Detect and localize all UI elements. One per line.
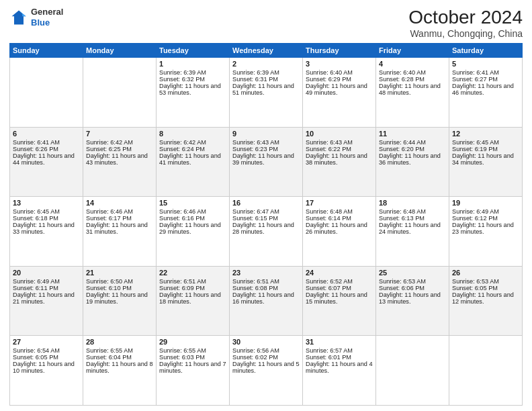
location: Wanmu, Chongqing, China xyxy=(408,28,523,39)
daylight-text: Daylight: 11 hours and 28 minutes. xyxy=(232,222,300,235)
day-number: 26 xyxy=(452,269,519,277)
daylight-text: Daylight: 11 hours and 7 minutes. xyxy=(159,361,226,374)
daylight-text: Daylight: 11 hours and 29 minutes. xyxy=(159,222,226,235)
sunset-text: Sunset: 6:23 PM xyxy=(232,146,300,152)
daylight-text: Daylight: 11 hours and 43 minutes. xyxy=(86,152,153,166)
sunrise-text: Sunrise: 6:47 AM xyxy=(232,208,300,215)
daylight-text: Daylight: 11 hours and 4 minutes. xyxy=(306,361,373,374)
sunset-text: Sunset: 6:24 PM xyxy=(159,146,226,152)
sunset-text: Sunset: 6:32 PM xyxy=(159,76,226,83)
sunset-text: Sunset: 6:17 PM xyxy=(86,215,153,222)
calendar-cell: 20Sunrise: 6:49 AMSunset: 6:11 PMDayligh… xyxy=(10,266,83,336)
calendar-cell: 25Sunrise: 6:53 AMSunset: 6:06 PMDayligh… xyxy=(376,266,449,336)
sunset-text: Sunset: 6:05 PM xyxy=(13,354,80,361)
daylight-text: Daylight: 11 hours and 53 minutes. xyxy=(159,83,226,96)
col-header-saturday: Saturday xyxy=(449,44,523,58)
header: General Blue October 2024 Wanmu, Chongqi… xyxy=(9,7,523,39)
sunset-text: Sunset: 6:25 PM xyxy=(86,146,153,152)
calendar: SundayMondayTuesdayWednesdayThursdayFrid… xyxy=(9,43,523,406)
sunrise-text: Sunrise: 6:55 AM xyxy=(159,347,226,354)
calendar-cell: 17Sunrise: 6:48 AMSunset: 6:14 PMDayligh… xyxy=(303,197,376,267)
calendar-cell: 3Sunrise: 6:40 AMSunset: 6:29 PMDaylight… xyxy=(303,58,376,128)
daylight-text: Daylight: 11 hours and 33 minutes. xyxy=(13,222,80,235)
col-header-tuesday: Tuesday xyxy=(157,44,230,58)
sunset-text: Sunset: 6:09 PM xyxy=(159,285,226,291)
sunrise-text: Sunrise: 6:40 AM xyxy=(306,69,373,76)
daylight-text: Daylight: 11 hours and 48 minutes. xyxy=(379,83,446,96)
calendar-cell xyxy=(376,336,449,406)
calendar-cell: 12Sunrise: 6:45 AMSunset: 6:19 PMDayligh… xyxy=(449,127,523,197)
calendar-cell: 22Sunrise: 6:51 AMSunset: 6:09 PMDayligh… xyxy=(157,266,230,336)
daylight-text: Daylight: 11 hours and 19 minutes. xyxy=(86,291,153,305)
calendar-cell: 1Sunrise: 6:39 AMSunset: 6:32 PMDaylight… xyxy=(157,58,230,128)
calendar-cell: 9Sunrise: 6:43 AMSunset: 6:23 PMDaylight… xyxy=(230,127,303,197)
calendar-cell: 24Sunrise: 6:52 AMSunset: 6:07 PMDayligh… xyxy=(303,266,376,336)
sunrise-text: Sunrise: 6:46 AM xyxy=(86,208,153,215)
day-number: 12 xyxy=(452,130,519,138)
calendar-week-4: 20Sunrise: 6:49 AMSunset: 6:11 PMDayligh… xyxy=(10,266,523,336)
daylight-text: Daylight: 11 hours and 31 minutes. xyxy=(86,222,153,235)
calendar-header-row: SundayMondayTuesdayWednesdayThursdayFrid… xyxy=(10,44,523,58)
title-block: October 2024 Wanmu, Chongqing, China xyxy=(408,7,523,39)
col-header-thursday: Thursday xyxy=(303,44,376,58)
calendar-cell: 4Sunrise: 6:40 AMSunset: 6:28 PMDaylight… xyxy=(376,58,449,128)
day-number: 28 xyxy=(86,338,153,346)
sunrise-text: Sunrise: 6:55 AM xyxy=(86,347,153,354)
sunset-text: Sunset: 6:11 PM xyxy=(13,285,80,291)
sunset-text: Sunset: 6:13 PM xyxy=(379,215,446,222)
sunrise-text: Sunrise: 6:45 AM xyxy=(452,139,519,146)
calendar-week-2: 6Sunrise: 6:41 AMSunset: 6:26 PMDaylight… xyxy=(10,127,523,197)
sunrise-text: Sunrise: 6:40 AM xyxy=(379,69,446,76)
calendar-cell: 6Sunrise: 6:41 AMSunset: 6:26 PMDaylight… xyxy=(10,127,83,197)
daylight-text: Daylight: 11 hours and 46 minutes. xyxy=(452,83,519,96)
sunset-text: Sunset: 6:29 PM xyxy=(306,76,373,83)
sunrise-text: Sunrise: 6:43 AM xyxy=(232,139,300,146)
col-header-monday: Monday xyxy=(83,44,157,58)
day-number: 23 xyxy=(232,269,300,277)
calendar-cell: 31Sunrise: 6:57 AMSunset: 6:01 PMDayligh… xyxy=(303,336,376,406)
svg-marker-0 xyxy=(12,10,26,24)
sunrise-text: Sunrise: 6:53 AM xyxy=(452,278,519,285)
day-number: 14 xyxy=(86,199,153,207)
calendar-week-3: 13Sunrise: 6:45 AMSunset: 6:18 PMDayligh… xyxy=(10,197,523,267)
sunrise-text: Sunrise: 6:46 AM xyxy=(159,208,226,215)
day-number: 5 xyxy=(452,60,519,68)
calendar-cell: 29Sunrise: 6:55 AMSunset: 6:03 PMDayligh… xyxy=(157,336,230,406)
day-number: 3 xyxy=(306,60,373,68)
calendar-cell: 23Sunrise: 6:51 AMSunset: 6:08 PMDayligh… xyxy=(230,266,303,336)
calendar-cell: 7Sunrise: 6:42 AMSunset: 6:25 PMDaylight… xyxy=(83,127,157,197)
sunset-text: Sunset: 6:05 PM xyxy=(452,285,519,291)
daylight-text: Daylight: 11 hours and 16 minutes. xyxy=(232,291,300,305)
sunset-text: Sunset: 6:07 PM xyxy=(306,285,373,291)
sunrise-text: Sunrise: 6:39 AM xyxy=(159,69,226,76)
calendar-cell: 30Sunrise: 6:56 AMSunset: 6:02 PMDayligh… xyxy=(230,336,303,406)
sunrise-text: Sunrise: 6:52 AM xyxy=(306,278,373,285)
calendar-cell: 14Sunrise: 6:46 AMSunset: 6:17 PMDayligh… xyxy=(83,197,157,267)
sunset-text: Sunset: 6:18 PM xyxy=(13,215,80,222)
sunset-text: Sunset: 6:04 PM xyxy=(86,354,153,361)
sunset-text: Sunset: 6:27 PM xyxy=(452,76,519,83)
daylight-text: Daylight: 11 hours and 36 minutes. xyxy=(379,152,446,166)
logo-blue: Blue xyxy=(31,17,50,28)
calendar-cell: 10Sunrise: 6:43 AMSunset: 6:22 PMDayligh… xyxy=(303,127,376,197)
day-number: 11 xyxy=(379,130,446,138)
sunset-text: Sunset: 6:15 PM xyxy=(232,215,300,222)
day-number: 18 xyxy=(379,199,446,207)
sunrise-text: Sunrise: 6:57 AM xyxy=(306,347,373,354)
calendar-cell: 8Sunrise: 6:42 AMSunset: 6:24 PMDaylight… xyxy=(157,127,230,197)
day-number: 22 xyxy=(159,269,226,277)
col-header-friday: Friday xyxy=(376,44,449,58)
day-number: 8 xyxy=(159,130,226,138)
calendar-cell: 16Sunrise: 6:47 AMSunset: 6:15 PMDayligh… xyxy=(230,197,303,267)
calendar-cell: 19Sunrise: 6:49 AMSunset: 6:12 PMDayligh… xyxy=(449,197,523,267)
sunset-text: Sunset: 6:26 PM xyxy=(13,146,80,152)
daylight-text: Daylight: 11 hours and 23 minutes. xyxy=(452,222,519,235)
day-number: 30 xyxy=(232,338,300,346)
daylight-text: Daylight: 11 hours and 26 minutes. xyxy=(306,222,373,235)
day-number: 24 xyxy=(306,269,373,277)
sunrise-text: Sunrise: 6:43 AM xyxy=(306,139,373,146)
daylight-text: Daylight: 11 hours and 44 minutes. xyxy=(13,152,80,166)
day-number: 17 xyxy=(306,199,373,207)
month-year: October 2024 xyxy=(408,7,523,28)
sunrise-text: Sunrise: 6:49 AM xyxy=(452,208,519,215)
